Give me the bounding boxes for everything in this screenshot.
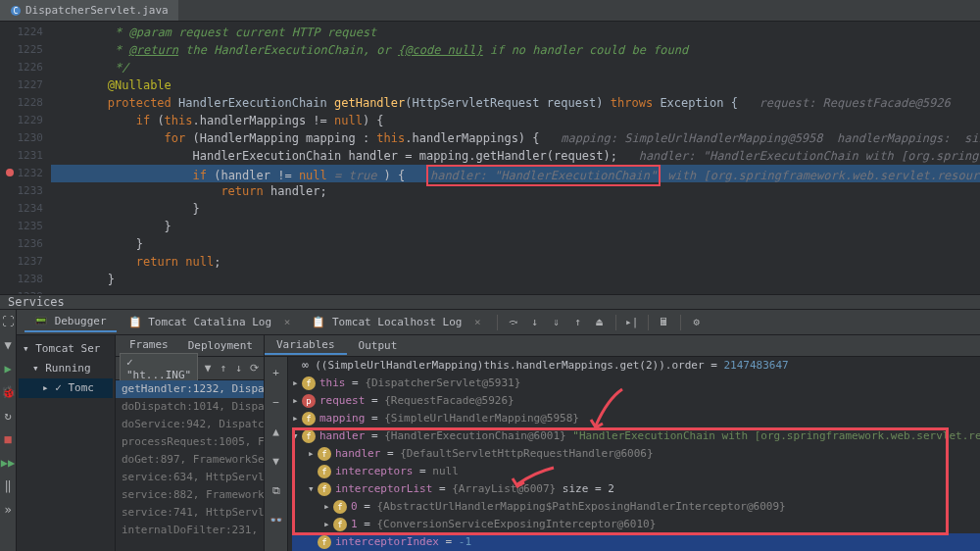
tab-title: DispatcherServlet.java [25, 4, 169, 17]
var-interceptor-list[interactable]: ▾finterceptorList = {ArrayList@6007} siz… [292, 480, 980, 498]
left-toolbar: ⛶ ▼ ▶ 🐞 ↻ ■ ▶▶ ‖ » [0, 310, 17, 551]
line-number[interactable]: 1233 [0, 182, 51, 200]
editor-area: C DispatcherServlet.java 1224 1225 1226 … [0, 0, 980, 294]
line-number[interactable]: 1230 [0, 129, 51, 147]
debug-icon[interactable]: 🐞 [0, 384, 16, 400]
services-header: Services [0, 295, 980, 310]
line-number[interactable]: 1226 [0, 59, 51, 76]
tree-root[interactable]: ▾ Tomcat Ser [19, 339, 113, 359]
debug-content: ▾ Tomcat Ser ▾ Running ▸ ✓ Tomc Frames D… [17, 335, 980, 551]
class-icon: C [10, 5, 22, 17]
tab-debugger[interactable]: 📟 Debugger [24, 312, 117, 332]
frame-item[interactable]: processRequest:1005, Framew [116, 433, 264, 451]
var-handler[interactable]: ▾fhandler = {HandlerExecutionChain@6001}… [292, 427, 980, 445]
tab-deployment[interactable]: Deployment [180, 337, 261, 354]
vars-header: Variables Output [265, 335, 980, 357]
line-number[interactable]: 1225 [0, 41, 51, 59]
run-to-cursor-icon[interactable]: ▸| [622, 313, 642, 332]
line-number[interactable]: 1224 [0, 24, 51, 41]
frame-item[interactable]: internalDoFilter:231, Applicatio [116, 522, 264, 539]
next-frame-icon[interactable]: ↓ [233, 359, 245, 378]
debug-main: 📟 Debugger 📋 Tomcat Catalina Log × 📋 Tom… [17, 310, 980, 551]
var-this[interactable]: ▸fthis = {DispatcherServlet@5931} [292, 375, 980, 392]
line-number[interactable]: 1238 [0, 271, 51, 288]
frames-panel: Frames Deployment ✓ "ht...ING" ▼ ↑ ↓ ⟳ g… [115, 335, 264, 551]
refresh-icon[interactable]: ↻ [0, 408, 16, 424]
step-over-icon[interactable]: ⤼ [504, 313, 523, 332]
thread-dropdown[interactable]: ✓ "ht...ING" [120, 353, 198, 384]
line-number[interactable]: 1228 [0, 94, 51, 112]
code-content[interactable]: * @param request current HTTP request * … [51, 22, 980, 294]
prev-frame-icon[interactable]: ↑ [218, 359, 229, 378]
var-mapping[interactable]: ▸fmapping = {SimpleUrlHandlerMapping@595… [292, 410, 980, 427]
frame-item[interactable]: doGet:897, FrameworkServlet [116, 451, 264, 469]
evaluate-icon[interactable]: 🖩 [655, 313, 674, 332]
line-number[interactable]: 1229 [0, 112, 51, 129]
drop-frame-icon[interactable]: ⏏ [590, 313, 610, 332]
filter-frames-icon[interactable]: ⟳ [248, 359, 260, 378]
line-number[interactable]: 1231 [0, 147, 51, 165]
tree-tomcat[interactable]: ▸ ✓ Tomc [19, 378, 113, 398]
tree-running[interactable]: ▾ Running [19, 359, 113, 378]
frames-toolbar: ✓ "ht...ING" ▼ ↑ ↓ ⟳ [116, 357, 264, 380]
settings-icon[interactable]: ⚙ [687, 313, 707, 332]
frame-item[interactable]: service:882, FrameworkServlet [116, 486, 264, 504]
tab-output[interactable]: Output [347, 337, 410, 354]
close-icon[interactable]: × [284, 316, 291, 328]
line-number[interactable]: 1236 [0, 235, 51, 253]
frame-item[interactable]: service:741, HttpServlet (javax [116, 504, 264, 522]
filter-icon[interactable]: ▼ [0, 337, 16, 353]
run-config-tree[interactable]: ▾ Tomcat Ser ▾ Running ▸ ✓ Tomc [17, 335, 115, 551]
frame-item[interactable]: doService:942, DispatcherSe [116, 416, 264, 433]
step-into-icon[interactable]: ↓ [525, 313, 545, 332]
code-area: 1224 1225 1226 1227 1228 1229 1230 1231 … [0, 22, 980, 294]
line-number[interactable]: 1235 [0, 218, 51, 235]
line-number[interactable]: 1227 [0, 76, 51, 94]
chevron-down-icon[interactable]: ▼ [202, 359, 214, 378]
stop-icon[interactable]: ■ [0, 431, 16, 447]
debugger-tabs: 📟 Debugger 📋 Tomcat Catalina Log × 📋 Tom… [17, 310, 980, 335]
editor-tab[interactable]: C DispatcherServlet.java [0, 0, 178, 21]
line-number[interactable]: 1234 [0, 200, 51, 218]
frames-list[interactable]: getHandler:1232, DispatcherS doDispatch:… [116, 380, 264, 551]
resume-icon[interactable]: ▶▶ [0, 455, 16, 471]
pause-icon[interactable]: ‖ [0, 478, 16, 494]
var-interceptor-index[interactable]: finterceptorIndex = -1 [292, 533, 980, 551]
services-panel: Services ⛶ ▼ ▶ 🐞 ↻ ■ ▶▶ ‖ » 📟 Debugger 📋… [0, 294, 980, 551]
tab-variables[interactable]: Variables [265, 336, 347, 355]
line-number-breakpoint[interactable]: 1232 [0, 165, 51, 182]
frame-item[interactable]: getHandler:1232, DispatcherS [116, 380, 264, 398]
frame-item[interactable]: doDispatch:1014, DispatcherS [116, 398, 264, 416]
line-number[interactable]: 1239 [0, 288, 51, 294]
run-icon[interactable]: ▶ [0, 361, 16, 376]
var-list-item-0[interactable]: ▸f0 = {AbstractUrlHandlerMapping$PathExp… [292, 498, 980, 516]
services-title: Services [8, 295, 65, 309]
breakpoint-icon[interactable] [6, 169, 14, 176]
editor-tabs: C DispatcherServlet.java [0, 0, 980, 22]
close-icon[interactable]: × [474, 316, 481, 328]
force-step-into-icon[interactable]: ⇓ [547, 313, 566, 332]
var-request[interactable]: ▸prequest = {RequestFacade@5926} [292, 392, 980, 410]
current-execution-line: if (handler != null = true ) { handler: … [51, 165, 980, 182]
line-number[interactable]: 1237 [0, 253, 51, 271]
step-out-icon[interactable]: ↑ [568, 313, 588, 332]
vars-list[interactable]: ∞ ((SimpleUrlHandlerMapping)this.handler… [265, 357, 980, 551]
svg-text:C: C [14, 7, 19, 16]
services-body: ⛶ ▼ ▶ 🐞 ↻ ■ ▶▶ ‖ » 📟 Debugger 📋 Tomcat C… [0, 310, 980, 551]
tab-localhost-log[interactable]: 📋 Tomcat Localhost Log × [302, 313, 490, 331]
var-list-item-1[interactable]: ▸f1 = {ConversionServiceExposingIntercep… [292, 516, 980, 533]
var-interceptors[interactable]: finterceptors = null [292, 463, 980, 480]
variables-panel: Variables Output + − ▲ ▼ ⧉ 👓 ∞ ((SimpleU… [264, 335, 980, 551]
frame-item[interactable]: service:634, HttpServlet (javax [116, 469, 264, 486]
tab-catalina-log[interactable]: 📋 Tomcat Catalina Log × [119, 313, 301, 331]
more-icon[interactable]: » [0, 502, 16, 518]
expand-icon[interactable]: ⛶ [0, 314, 16, 329]
var-handler-inner[interactable]: ▸fhandler = {DefaultServletHttpRequestHa… [292, 445, 980, 463]
gutter[interactable]: 1224 1225 1226 1227 1228 1229 1230 1231 … [0, 22, 51, 294]
watch-expression[interactable]: ∞ ((SimpleUrlHandlerMapping)this.handler… [292, 357, 980, 375]
